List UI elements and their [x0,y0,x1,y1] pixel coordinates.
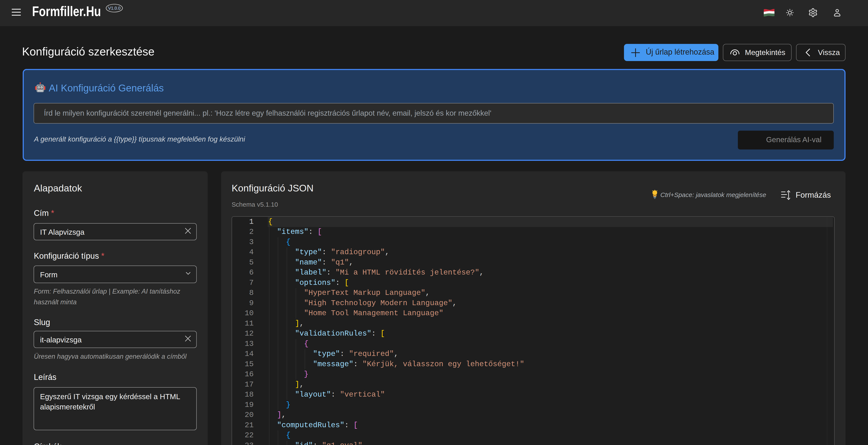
svg-text:V1.0.0: V1.0.0 [108,6,121,10]
